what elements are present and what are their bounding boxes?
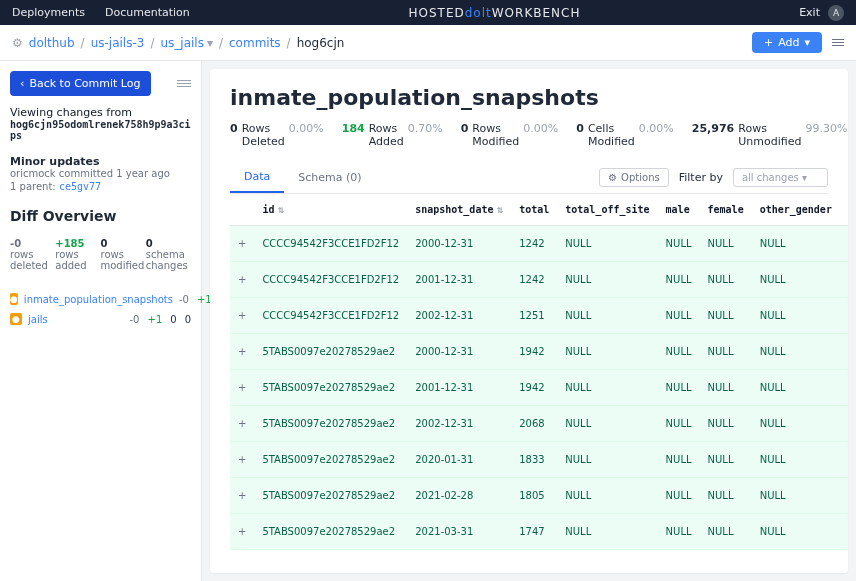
cell: 5TABS0097e20278529ae2 (254, 514, 407, 550)
tab-data[interactable]: Data (230, 162, 284, 193)
chevron-down-icon[interactable]: ▾ (207, 36, 213, 50)
column-header[interactable]: snapshot_date⇅ (407, 194, 511, 226)
column-header[interactable]: total (511, 194, 557, 226)
column-header[interactable]: other_gender (752, 194, 840, 226)
cell: 1242 (511, 262, 557, 298)
column-header[interactable] (230, 194, 254, 226)
cell: 5TABS0097e20278529ae2 (254, 370, 407, 406)
modified-badge: ● (10, 313, 22, 325)
cell: NULL (557, 334, 657, 370)
diff-item-link[interactable]: inmate_population_snapshots (24, 294, 173, 305)
menu-icon[interactable] (832, 39, 844, 46)
sidebar: ‹Back to Commit Log Viewing changes from… (0, 61, 202, 581)
cell: NULL (557, 406, 657, 442)
cell: NULL (658, 478, 700, 514)
cell: NULL (840, 226, 848, 262)
collapse-sidebar-icon[interactable] (177, 80, 191, 87)
cell: NULL (840, 370, 848, 406)
topbar: Deployments Documentation HOSTEDdoltWORK… (0, 0, 856, 25)
db-icon: ⚙ (12, 36, 23, 50)
cell: 2001-12-31 (407, 370, 511, 406)
summary-item: 0Rows Deleted0.00% (230, 122, 324, 148)
cell: 2001-12-31 (407, 262, 511, 298)
column-header[interactable]: white (840, 194, 848, 226)
cell: NULL (840, 298, 848, 334)
summary-item: 0Cells Modified0.00% (576, 122, 674, 148)
cell: NULL (752, 406, 840, 442)
exit-link[interactable]: Exit (799, 6, 820, 19)
column-header[interactable]: female (700, 194, 752, 226)
cell: NULL (840, 406, 848, 442)
cell: CCCC94542F3CCE1FD2F12 (254, 226, 407, 262)
table-row: +5TABS0097e20278529ae22002-12-312068NULL… (230, 406, 848, 442)
cell: + (230, 370, 254, 406)
breadcrumb-root[interactable]: dolthub (29, 36, 75, 50)
parent-hash-link[interactable]: ce5gv77 (59, 181, 101, 192)
cell: NULL (840, 478, 848, 514)
cell: + (230, 442, 254, 478)
diff-item[interactable]: ●jails-0+100 (10, 309, 191, 329)
cell: NULL (840, 514, 848, 550)
nav-deployments[interactable]: Deployments (12, 6, 85, 19)
sort-icon[interactable]: ⇅ (277, 206, 284, 215)
cell: NULL (700, 442, 752, 478)
diff-item[interactable]: ●inmate_population_snapshots-0+18400 (10, 289, 191, 309)
cell: NULL (840, 442, 848, 478)
breadcrumb-db[interactable]: us-jails-3 (91, 36, 145, 50)
nav-documentation[interactable]: Documentation (105, 6, 190, 19)
cell: 1747 (511, 514, 557, 550)
cell: 1251 (511, 298, 557, 334)
avatar[interactable]: A (828, 5, 844, 21)
parent-commit: 1 parent: ce5gv77 (10, 181, 191, 192)
cell: NULL (557, 370, 657, 406)
table-row: +CCCC94542F3CCE1FD2F122000-12-311242NULL… (230, 226, 848, 262)
cell: NULL (557, 478, 657, 514)
cell: NULL (557, 226, 657, 262)
table-row: +5TABS0097e20278529ae22001-12-311942NULL… (230, 370, 848, 406)
cell: NULL (700, 334, 752, 370)
options-button[interactable]: ⚙Options (599, 168, 669, 187)
cell: 1942 (511, 334, 557, 370)
column-header[interactable]: male (658, 194, 700, 226)
add-button[interactable]: +Add▾ (752, 32, 822, 53)
breadcrumb-section[interactable]: commits (229, 36, 281, 50)
column-header[interactable]: id⇅ (254, 194, 407, 226)
cell: NULL (840, 262, 848, 298)
tab-schema[interactable]: Schema (0) (284, 163, 375, 192)
cell: 1242 (511, 226, 557, 262)
cell: 2021-03-31 (407, 514, 511, 550)
summary-item: 25,976Rows Unmodified99.30% (692, 122, 848, 148)
cell: NULL (752, 370, 840, 406)
plus-icon: + (764, 36, 773, 49)
column-header[interactable]: total_off_site (557, 194, 657, 226)
commit-message: Minor updates (10, 155, 191, 168)
table-row: +CCCC94542F3CCE1FD2F122001-12-311242NULL… (230, 262, 848, 298)
table-row: +5TABS0097e20278529ae22000-12-311942NULL… (230, 334, 848, 370)
content: inmate_population_snapshots 0Rows Delete… (210, 69, 848, 573)
cell: NULL (557, 442, 657, 478)
cell: 2020-01-31 (407, 442, 511, 478)
diff-items: ●inmate_population_snapshots-0+18400●jai… (10, 289, 191, 329)
commit-meta: oricmock committed 1 year ago (10, 168, 191, 179)
cell: 2000-12-31 (407, 226, 511, 262)
gear-icon: ⚙ (608, 172, 617, 183)
cell: NULL (700, 478, 752, 514)
cell: 2000-12-31 (407, 334, 511, 370)
breadcrumb-branch[interactable]: us_jails (160, 36, 203, 50)
modified-badge: ● (10, 293, 18, 305)
filter-select[interactable]: all changes ▾ (733, 168, 828, 187)
cell: NULL (658, 406, 700, 442)
cell: 1942 (511, 370, 557, 406)
cell: NULL (700, 226, 752, 262)
cell: 1805 (511, 478, 557, 514)
cell: NULL (752, 514, 840, 550)
cell: NULL (700, 406, 752, 442)
cell: NULL (752, 442, 840, 478)
cell: + (230, 226, 254, 262)
summary-item: 184Rows Added0.70% (342, 122, 443, 148)
cell: 2002-12-31 (407, 298, 511, 334)
diff-overview-title: Diff Overview (10, 208, 191, 224)
back-button[interactable]: ‹Back to Commit Log (10, 71, 151, 96)
diff-item-link[interactable]: jails (28, 314, 124, 325)
sort-icon[interactable]: ⇅ (496, 206, 503, 215)
